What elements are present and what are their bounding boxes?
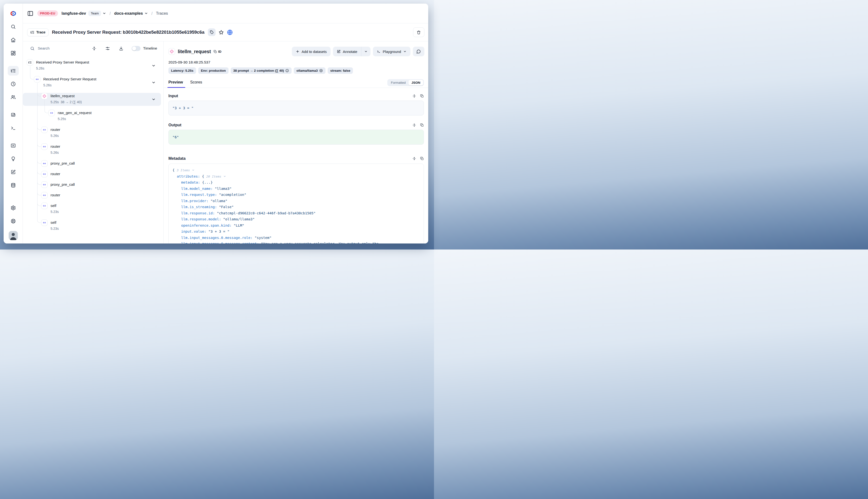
collapse-all-icon[interactable]	[92, 46, 97, 51]
detail-content: Input "3 + 3 = " Output "6" Metadata { 3…	[163, 88, 428, 243]
info-icon[interactable]	[285, 69, 289, 72]
breadcrumb-org[interactable]: langfuse-dev	[62, 11, 86, 16]
tree-row[interactable]: Received Proxy Server Request5.26s	[23, 76, 161, 89]
tree-row[interactable]: litellm_request5.25s 38 → 2 (∑ 40)	[23, 93, 161, 106]
span-duration: 5.23s	[50, 226, 59, 231]
search-input[interactable]	[38, 46, 69, 50]
delete-trace-button[interactable]	[413, 27, 424, 37]
bookmark-star-icon[interactable]	[218, 29, 224, 35]
tree-search-row: Timeline	[23, 41, 163, 55]
search-icon	[30, 46, 35, 51]
sidebar-item-playground-terminal[interactable]	[8, 123, 19, 133]
span-arrows-icon	[42, 145, 46, 148]
sidebar-item-dashboard[interactable]	[8, 48, 19, 58]
chevron-down-icon[interactable]	[151, 97, 156, 101]
chevron-down-icon[interactable]	[151, 64, 156, 68]
sidebar-item-insights-lightbulb[interactable]	[8, 154, 19, 163]
span-icon-box	[41, 203, 48, 209]
json-value: {...}	[202, 181, 213, 184]
json-key: llm.model_name:	[181, 187, 215, 191]
json-line: metadata: {...}	[172, 180, 420, 186]
plus-icon	[296, 50, 299, 53]
sidebar-item-annotation-pen[interactable]	[8, 167, 19, 177]
playground-button[interactable]: Playground	[373, 47, 411, 56]
sidebar-item-home[interactable]	[8, 35, 19, 45]
plus-circle-icon[interactable]	[319, 69, 323, 72]
project-chevron-down-icon[interactable]	[144, 12, 148, 15]
tree-row[interactable]: router5.26s	[23, 143, 161, 156]
tree-row[interactable]: router	[23, 171, 161, 178]
sidebar-item-sessions-clock[interactable]	[8, 79, 19, 89]
json-collapse-toggle[interactable]: 3 Items	[176, 168, 195, 172]
span-arrows-icon	[42, 193, 46, 197]
format-option-json[interactable]: JSON	[408, 80, 423, 85]
sidebar-item-search[interactable]	[8, 22, 19, 32]
tree-row[interactable]: proxy_pre_call	[23, 181, 161, 188]
sidebar-item-users[interactable]	[8, 93, 19, 102]
sidebar-nav-top	[8, 22, 19, 194]
trace-type-label: Trace	[36, 30, 46, 34]
copy-section-icon[interactable]	[420, 157, 424, 160]
home-icon	[11, 37, 16, 42]
span-arrows-icon	[42, 162, 46, 165]
sidebar-item-tracing[interactable]	[8, 66, 19, 75]
sidebar-toggle-icon[interactable]	[27, 10, 34, 16]
span-icon-box	[41, 143, 48, 150]
format-option-formatted[interactable]: Formatted	[388, 80, 409, 85]
collapse-section-icon[interactable]	[412, 123, 416, 127]
json-line: { 3 Items	[172, 167, 420, 173]
sidebar-item-prompts-file-code[interactable]	[8, 110, 19, 120]
environment-badge[interactable]: PROD-EU	[37, 10, 58, 16]
breadcrumb-section[interactable]: Traces	[156, 11, 168, 16]
tree-row[interactable]: router5.26s	[23, 126, 161, 139]
tree-row[interactable]: router	[23, 192, 161, 199]
json-collapse-toggle[interactable]: 20 Items	[206, 175, 226, 178]
copy-section-icon[interactable]	[420, 123, 424, 127]
tree-settings-icon[interactable]	[105, 46, 110, 51]
public-globe-icon[interactable]	[227, 29, 233, 35]
trace-type-pill[interactable]: Trace	[27, 28, 49, 36]
output-section-title: Output	[168, 123, 181, 127]
sidebar-item-support-lifebuoy[interactable]	[8, 216, 19, 226]
copy-id-chip[interactable]: ID	[213, 50, 222, 53]
tree-row[interactable]: proxy_pre_call	[23, 160, 161, 167]
breadcrumb-project[interactable]: docs-examples	[114, 11, 143, 16]
sidebar-item-datasets-database[interactable]	[8, 181, 19, 190]
span-name: self	[50, 220, 59, 225]
sidebar-item-settings-gear[interactable]	[8, 203, 19, 213]
collapse-section-icon[interactable]	[412, 157, 416, 160]
trash-icon	[416, 30, 421, 35]
tab-scores[interactable]: Scores	[190, 80, 202, 88]
tree-row[interactable]: self5.23s	[23, 219, 161, 232]
span-arrows-icon	[42, 128, 46, 132]
annotate-dropdown-button[interactable]	[361, 47, 370, 56]
json-key: llm.is_streaming:	[181, 205, 219, 209]
tree-row[interactable]: raw_gen_ai_request5.25s	[23, 110, 161, 123]
json-key: attributes:	[177, 174, 202, 178]
observation-badges: Latency: 5.25sEnv: production38 prompt →…	[163, 68, 428, 74]
annotate-button-group: Annotate	[333, 47, 370, 56]
comments-button[interactable]	[413, 47, 424, 56]
add-to-datasets-button[interactable]: Add to datasets	[292, 47, 331, 56]
download-icon[interactable]	[119, 46, 123, 51]
terminal-icon	[377, 50, 381, 53]
timeline-toggle[interactable]	[132, 46, 140, 51]
org-logo-icon[interactable]	[10, 10, 16, 16]
tab-preview[interactable]: Preview	[168, 80, 183, 88]
metadata-json-viewer: { 3 Items attributes: { 20 Items metadat…	[168, 163, 424, 243]
insights-lightbulb-icon	[11, 156, 16, 161]
org-chevron-down-icon[interactable]	[102, 12, 106, 15]
tree-row[interactable]: Received Proxy Server Request5.26s	[23, 59, 161, 72]
span-arrows-icon	[50, 111, 53, 115]
span-arrows-icon	[35, 77, 39, 81]
json-value: "False"	[219, 205, 234, 209]
sidebar-item-evals-percent[interactable]	[8, 141, 19, 150]
annotate-button[interactable]: Annotate	[333, 47, 361, 56]
tree-row[interactable]: self5.23s	[23, 203, 161, 216]
chevron-down-icon	[403, 50, 406, 53]
collapse-section-icon[interactable]	[412, 94, 416, 98]
chevron-down-icon[interactable]	[151, 81, 156, 85]
user-avatar[interactable]	[9, 231, 18, 240]
copy-section-icon[interactable]	[420, 94, 424, 98]
tag-button[interactable]	[208, 28, 216, 36]
